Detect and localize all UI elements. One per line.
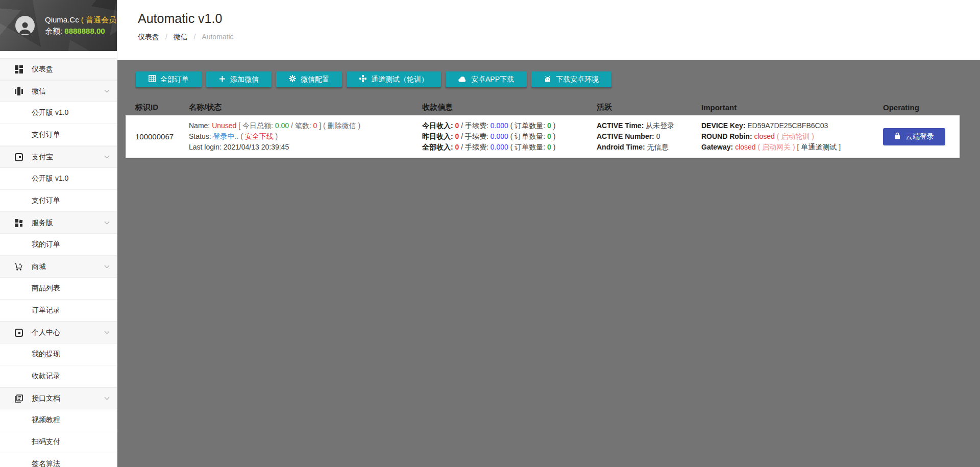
lock-icon: [894, 132, 900, 141]
text-segment: ( 订单数量:: [508, 132, 547, 140]
sidebar-item-payment-records[interactable]: 收款记录: [0, 365, 117, 387]
wechat-config-button[interactable]: 微信配置: [276, 71, 342, 87]
channel-test-button[interactable]: 通道测试（轮训）: [347, 71, 441, 87]
text-segment: ACTIVE Time:: [597, 121, 646, 130]
sidebar-item-video-tutorial[interactable]: 视频教程: [0, 409, 117, 431]
sidebar-item-label: 支付宝: [32, 153, 53, 162]
balance-value: 8888888.00: [64, 27, 105, 35]
sidebar-item-wechat-orders[interactable]: 支付订单: [0, 124, 117, 146]
single-channel-test-link[interactable]: 单通道测试: [801, 143, 837, 151]
breadcrumb-separator: /: [165, 33, 167, 41]
column-header-operating: Operating: [883, 103, 960, 112]
sidebar-item-dashboard[interactable]: 仪表盘: [0, 58, 117, 80]
column-header-name-status: 名称/状态: [189, 103, 422, 112]
chevron-down-icon: [104, 89, 110, 93]
text-segment: / 手续费:: [459, 121, 490, 130]
sidebar-item-my-withdrawals[interactable]: 我的提现: [0, 343, 117, 365]
sidebar-item-product-list[interactable]: 商品列表: [0, 278, 117, 300]
text-segment: ACTIVE Number:: [597, 132, 656, 140]
sidebar-item-profile[interactable]: 个人中心: [0, 322, 117, 343]
table-row: 100000067 Name: Unused [ 今日总额: 0.00 / 笔数…: [126, 115, 960, 158]
delete-wechat-link[interactable]: 删除微信: [328, 121, 356, 130]
button-label: 通道测试（轮训）: [371, 75, 428, 84]
sidebar-item-order-records[interactable]: 订单记录: [0, 300, 117, 322]
button-label: 微信配置: [301, 75, 329, 84]
gear-icon: [289, 75, 296, 84]
user-name: Qiuma.Cc ( 普通会员 ): [45, 14, 121, 26]
text-segment: 0.000: [491, 121, 508, 130]
sidebar-item-scan-pay[interactable]: 扫码支付: [0, 431, 117, 453]
login-status-link[interactable]: 登录中..: [213, 132, 238, 140]
chevron-down-icon: [104, 155, 110, 159]
column-header-id: 标识ID: [135, 103, 189, 112]
sidebar-item-label: 订单记录: [32, 306, 60, 315]
column-header-important: Important: [701, 103, 883, 112]
safe-logout-link[interactable]: 安全下线: [245, 132, 274, 140]
text-segment: / 笔数:: [289, 121, 313, 130]
text-segment: Name:: [189, 121, 212, 130]
add-wechat-button[interactable]: 添加微信: [206, 71, 272, 87]
person-icon: [17, 20, 33, 35]
sidebar-item-label: 收款记录: [32, 372, 60, 381]
income-total-line: 全部收入: 0 / 手续费: 0.000 ( 订单数量: 0 ): [422, 142, 597, 153]
breadcrumb-dashboard[interactable]: 仪表盘: [138, 33, 159, 41]
text-segment: Last login: 2021/04/13 20:39:45: [189, 143, 289, 151]
last-login-line: Last login: 2021/04/13 20:39:45: [189, 142, 422, 153]
wechat-table: 标识ID 名称/状态 收款信息 活跃 Important Operating 1…: [126, 99, 960, 158]
text-segment: 今日收入:: [422, 121, 455, 130]
text-segment: ]: [837, 143, 841, 151]
sidebar-item-label: 视频教程: [32, 415, 60, 425]
income-yesterday-line: 昨日收入: 0 / 手续费: 0.000 ( 订单数量: 0 ): [422, 131, 597, 142]
android-env-download-button[interactable]: 下载安卓环境: [531, 71, 611, 87]
app-window: Qiuma.Cc ( 普通会员 ) 余额: 8888888.00 仪表盘 微信 …: [0, 0, 980, 467]
text-segment: (: [775, 132, 781, 140]
text-segment: ): [356, 121, 361, 130]
sidebar-item-alipay-orders[interactable]: 支付订单: [0, 190, 117, 212]
breadcrumb-separator: /: [194, 33, 196, 41]
text-segment: closed: [754, 132, 774, 140]
android-app-download-button[interactable]: 安卓APP下载: [446, 71, 527, 87]
text-segment: Unused: [212, 121, 236, 130]
sidebar-item-wechat-public[interactable]: 公开版 v1.0: [0, 102, 117, 124]
main-area: Automatic v1.0 仪表盘 / 微信 / Automatic 全部订单…: [117, 0, 980, 467]
table-header-row: 标识ID 名称/状态 收款信息 活跃 Important Operating: [126, 99, 960, 115]
user-card-icon: [14, 328, 23, 337]
sidebar-item-wechat[interactable]: 微信: [0, 80, 117, 102]
sidebar-item-label: 支付订单: [32, 130, 60, 139]
text-segment: ): [810, 132, 814, 140]
user-panel: Qiuma.Cc ( 普通会员 ) 余额: 8888888.00: [0, 0, 117, 51]
text-segment: (: [238, 132, 244, 140]
text-segment: 昨日收入:: [422, 132, 455, 140]
text-segment: ): [551, 143, 556, 151]
text-segment: ): [551, 132, 556, 140]
start-round-robin-link[interactable]: 启动轮训: [781, 132, 810, 140]
all-orders-button[interactable]: 全部订单: [136, 71, 202, 87]
column-header-active: 活跃: [597, 103, 701, 112]
text-segment: ( 订单数量:: [508, 143, 547, 151]
start-gateway-link[interactable]: 启动网关: [762, 143, 791, 151]
sidebar: Qiuma.Cc ( 普通会员 ) 余额: 8888888.00 仪表盘 微信 …: [0, 0, 117, 467]
text-segment: 0: [547, 132, 551, 140]
text-segment: ] (: [317, 121, 327, 130]
breadcrumb-wechat[interactable]: 微信: [174, 33, 188, 41]
sidebar-menu: 仪表盘 微信 公开版 v1.0 支付订单 支付宝 公开版 v1.0 支付订单 服…: [0, 51, 117, 467]
sidebar-item-mall[interactable]: 商城: [0, 256, 117, 278]
text-segment: 无信息: [647, 143, 669, 151]
chevron-down-icon: [104, 265, 110, 268]
sidebar-item-signature-algorithm[interactable]: 签名算法: [0, 453, 117, 467]
sidebar-item-service[interactable]: 服务版: [0, 212, 117, 234]
sidebar-item-alipay[interactable]: 支付宝: [0, 146, 117, 168]
button-label: 全部订单: [160, 75, 189, 84]
plus-icon: [219, 76, 226, 84]
income-today-line: 今日收入: 0 / 手续费: 0.000 ( 订单数量: 0 ): [422, 120, 597, 131]
sidebar-item-alipay-public[interactable]: 公开版 v1.0: [0, 168, 117, 190]
sidebar-item-api-docs[interactable]: 接口文档: [0, 387, 117, 409]
active-time-line: ACTIVE Time: 从未登录: [597, 120, 701, 131]
sidebar-item-label: 扫码支付: [32, 437, 60, 447]
cloud-login-button[interactable]: 云端登录: [883, 128, 945, 145]
sidebar-item-label: 我的订单: [32, 240, 60, 249]
text-segment: 0: [547, 143, 551, 151]
text-segment: 全部收入:: [422, 143, 455, 151]
sidebar-item-my-orders[interactable]: 我的订单: [0, 234, 117, 256]
text-segment: 从未登录: [646, 121, 674, 130]
